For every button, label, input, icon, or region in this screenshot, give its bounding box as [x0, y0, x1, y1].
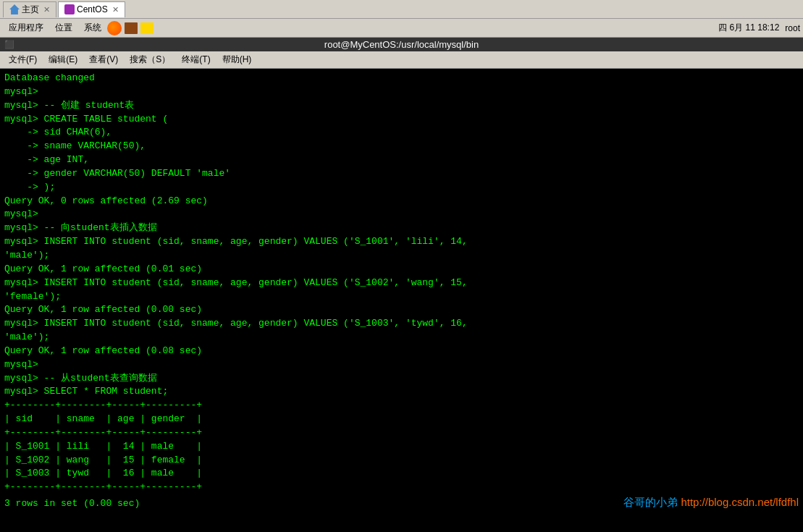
terminal-last-line: 3 rows in set (0.00 sec)谷哥的小弟 http://blo… [4, 494, 799, 511]
terminal-menu-search[interactable]: 搜索（S） [124, 52, 176, 67]
app-menu-system[interactable]: 系统 [78, 20, 107, 35]
terminal-menu-view[interactable]: 查看(V) [83, 52, 124, 67]
tab-home-label: 主页 [22, 4, 39, 16]
app-menu-places[interactable]: 位置 [49, 20, 78, 35]
bookmarks-icon[interactable] [125, 22, 138, 34]
terminal-line: mysql> INSERT INTO student (sid, sname, … [4, 276, 799, 290]
terminal-menu-file[interactable]: 文件(F) [3, 52, 43, 67]
centos-tab-icon [64, 4, 75, 14]
datetime-display: 四 6月 11 18:12 [718, 22, 779, 34]
terminal-line: mysql> INSERT INTO student (sid, sname, … [4, 317, 799, 331]
terminal-menu-edit[interactable]: 编辑(E) [43, 52, 83, 67]
terminal-menu-bar: 文件(F) 编辑(E) 查看(V) 搜索（S） 终端(T) 帮助(H) [0, 51, 803, 69]
terminal-line: mysql> INSERT INTO student (sid, sname, … [4, 235, 799, 249]
app-menu-bar: 应用程序 位置 系统 四 6月 11 18:12 root [0, 19, 803, 38]
terminal-line: -> age INT, [4, 153, 799, 167]
terminal-line: 'male'); [4, 331, 799, 345]
terminal-title: root@MyCentOS:/usr/local/mysql/bin [324, 39, 479, 50]
home-tab-icon [9, 4, 20, 14]
terminal-line: -> gender VARCHAR(50) DEFAULT 'male' [4, 167, 799, 181]
terminal-line: mysql> CREATE TABLE student ( [4, 113, 799, 127]
terminal-menu-terminal[interactable]: 终端(T) [176, 52, 216, 67]
tab-centos-close[interactable]: ✕ [112, 5, 119, 14]
terminal-line: Query OK, 1 row affected (0.08 sec) [4, 345, 799, 358]
terminal-line: | S_1002 | wang | 15 | female | [4, 454, 799, 468]
terminal-line: +--------+--------+-----+---------+ [4, 481, 799, 494]
tab-centos[interactable]: CentOS ✕ [58, 1, 125, 17]
terminal-menu-help[interactable]: 帮助(H) [216, 52, 258, 67]
edit-icon[interactable] [140, 22, 154, 34]
terminal-line: | sid | sname | age | gender | [4, 413, 799, 426]
tab-home-close[interactable]: ✕ [43, 5, 50, 14]
terminal-line: mysql> [4, 85, 799, 99]
terminal-line: mysql> -- 创建 student表 [4, 99, 799, 113]
watermark-url: http://blog.csdn.net/lfdfhl [681, 496, 799, 508]
terminal-line: 'female'); [4, 290, 799, 304]
tab-centos-label: CentOS [77, 4, 108, 14]
tab-home[interactable]: 主页 ✕ [3, 1, 56, 17]
terminal-line: -> ); [4, 181, 799, 195]
terminal-line: | S_1003 | tywd | 16 | male | [4, 467, 799, 481]
terminal-line: mysql> -- 从student表查询数据 [4, 372, 799, 386]
firefox-icon[interactable] [107, 21, 122, 35]
user-display: root [785, 23, 800, 33]
terminal-line: 'male'); [4, 249, 799, 263]
terminal-line: -> sname VARCHAR(50), [4, 140, 799, 153]
terminal-icon: ⬛ [4, 40, 14, 49]
watermark-text: 谷哥的小弟 [623, 496, 681, 508]
terminal-line: +--------+--------+-----+---------+ [4, 426, 799, 440]
terminal-line: mysql> [4, 208, 799, 221]
terminal-line: | S_1001 | lili | 14 | male | [4, 440, 799, 454]
watermark: 谷哥的小弟 http://blog.csdn.net/lfdfhl [623, 494, 799, 511]
terminal-line: Query OK, 1 row affected (0.00 sec) [4, 303, 799, 317]
tab-bar: 主页 ✕ CentOS ✕ [0, 0, 803, 19]
terminal-line: +--------+--------+-----+---------+ [4, 399, 799, 413]
terminal-line: mysql> SELECT * FROM student; [4, 385, 799, 399]
terminal-line: mysql> [4, 358, 799, 372]
terminal-line: Query OK, 0 rows affected (2.69 sec) [4, 195, 799, 208]
terminal-line: mysql> -- 向student表插入数据 [4, 221, 799, 235]
terminal-line: -> sid CHAR(6), [4, 126, 799, 140]
terminal-content[interactable]: Database changedmysql>mysql> -- 创建 stude… [0, 69, 803, 532]
terminal-line: 3 rows in set (0.00 sec) [4, 497, 140, 511]
terminal-title-bar: ⬛ root@MyCentOS:/usr/local/mysql/bin [0, 38, 803, 51]
app-menu-apps[interactable]: 应用程序 [3, 20, 49, 35]
terminal-line: Query OK, 1 row affected (0.01 sec) [4, 263, 799, 276]
terminal-line: Database changed [4, 72, 799, 85]
